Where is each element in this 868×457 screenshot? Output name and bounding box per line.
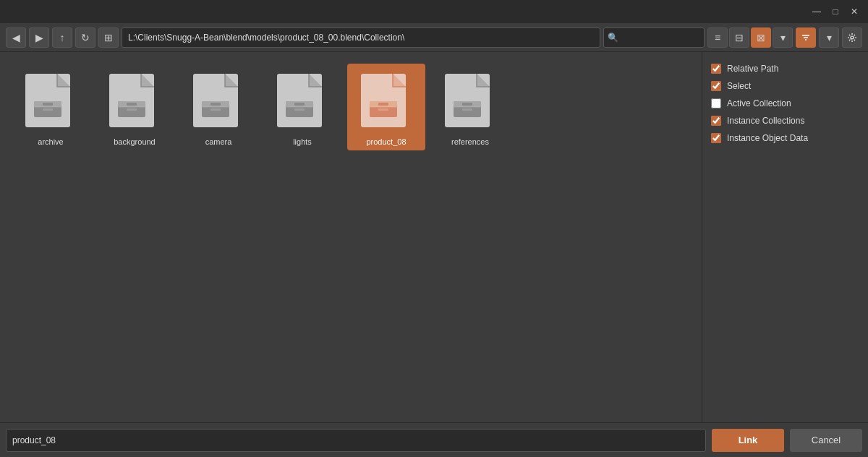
svg-rect-49 bbox=[462, 103, 472, 106]
svg-rect-33 bbox=[294, 103, 305, 106]
view-list-button[interactable]: ≡ bbox=[707, 27, 728, 48]
file-icon bbox=[438, 68, 503, 133]
svg-rect-9 bbox=[43, 103, 53, 106]
relative-path-row: Relative Path bbox=[711, 64, 859, 74]
relative-path-label[interactable]: Relative Path bbox=[727, 64, 778, 74]
address-bar[interactable] bbox=[122, 27, 600, 48]
file-item[interactable]: product_08 bbox=[347, 64, 425, 150]
svg-rect-25 bbox=[210, 103, 221, 106]
file-item[interactable]: archive bbox=[12, 64, 90, 150]
instance-object-data-label[interactable]: Instance Object Data bbox=[727, 133, 808, 143]
refresh-button[interactable]: ↻ bbox=[75, 27, 95, 48]
svg-rect-41 bbox=[378, 103, 388, 106]
file-label: product_08 bbox=[366, 137, 406, 146]
file-label: references bbox=[451, 137, 489, 146]
footer: Link Cancel bbox=[0, 422, 868, 457]
select-label[interactable]: Select bbox=[727, 81, 751, 91]
file-label: camera bbox=[205, 137, 232, 146]
file-item[interactable]: background bbox=[95, 64, 174, 150]
up-button[interactable]: ↑ bbox=[52, 27, 72, 48]
instance-collections-label[interactable]: Instance Collections bbox=[727, 116, 804, 126]
file-icon bbox=[18, 68, 83, 133]
view-small-button[interactable]: ⊟ bbox=[729, 27, 749, 48]
svg-rect-43 bbox=[378, 108, 388, 111]
active-collection-checkbox[interactable] bbox=[711, 98, 721, 108]
bookmark-button[interactable]: ⊞ bbox=[98, 27, 119, 48]
filter-button[interactable] bbox=[796, 27, 816, 48]
file-browser: archive background camera bbox=[0, 52, 702, 422]
file-icon bbox=[354, 68, 419, 133]
options-panel: Relative Path Select Active Collection I… bbox=[702, 52, 868, 422]
svg-point-3 bbox=[851, 36, 854, 39]
svg-rect-35 bbox=[294, 108, 305, 111]
close-button[interactable]: ✕ bbox=[846, 4, 862, 20]
active-collection-label[interactable]: Active Collection bbox=[727, 98, 791, 108]
instance-collections-row: Instance Collections bbox=[711, 116, 859, 126]
active-collection-row: Active Collection bbox=[711, 98, 859, 108]
svg-rect-51 bbox=[462, 108, 472, 111]
minimize-button[interactable]: — bbox=[809, 4, 825, 20]
file-icon bbox=[270, 68, 335, 133]
instance-collections-checkbox[interactable] bbox=[711, 116, 721, 126]
file-icon bbox=[102, 68, 167, 133]
toolbar: ◀ ▶ ↑ ↻ ⊞ 🔍 ≡ ⊟ ⊠ ▾ ▾ bbox=[0, 23, 868, 52]
file-label: lights bbox=[293, 137, 312, 146]
file-icon bbox=[186, 68, 251, 133]
main-area: archive background camera bbox=[0, 52, 868, 422]
svg-rect-27 bbox=[210, 108, 221, 111]
file-item[interactable]: lights bbox=[263, 64, 341, 150]
view-dropdown-button[interactable]: ▾ bbox=[773, 27, 793, 48]
filename-input[interactable] bbox=[6, 429, 706, 452]
relative-path-checkbox[interactable] bbox=[711, 64, 721, 74]
maximize-button[interactable]: □ bbox=[827, 4, 843, 20]
file-item[interactable]: references bbox=[431, 64, 509, 150]
view-group: ≡ ⊟ ⊠ ▾ bbox=[707, 27, 793, 48]
svg-rect-19 bbox=[127, 108, 137, 111]
svg-rect-17 bbox=[127, 103, 137, 106]
link-button[interactable]: Link bbox=[712, 429, 784, 452]
back-button[interactable]: ◀ bbox=[6, 27, 26, 48]
title-bar: — □ ✕ bbox=[0, 0, 868, 23]
instance-object-data-row: Instance Object Data bbox=[711, 133, 859, 143]
file-item[interactable]: camera bbox=[179, 64, 258, 150]
view-grid-button[interactable]: ⊠ bbox=[751, 27, 771, 48]
select-row: Select bbox=[711, 81, 859, 91]
search-input[interactable] bbox=[603, 27, 705, 48]
cancel-button[interactable]: Cancel bbox=[790, 429, 862, 452]
search-wrapper: 🔍 bbox=[603, 27, 705, 48]
file-label: archive bbox=[38, 137, 63, 146]
settings-button[interactable] bbox=[842, 27, 862, 48]
file-label: background bbox=[114, 137, 156, 146]
select-checkbox[interactable] bbox=[711, 81, 721, 91]
forward-button[interactable]: ▶ bbox=[29, 27, 49, 48]
svg-rect-11 bbox=[43, 108, 53, 111]
instance-object-data-checkbox[interactable] bbox=[711, 133, 721, 143]
filter-dropdown-button[interactable]: ▾ bbox=[819, 27, 839, 48]
